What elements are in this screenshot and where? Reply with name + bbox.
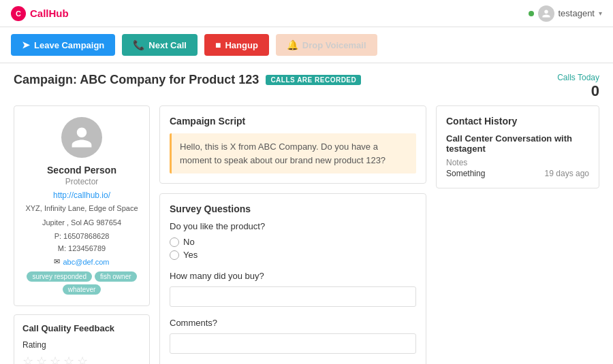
email-icon: ✉ xyxy=(54,257,60,266)
header: C CallHub testagent ▾ xyxy=(0,0,613,27)
leave-campaign-button[interactable]: ➤ Leave Campaign xyxy=(11,34,115,56)
radio-no-circle[interactable] xyxy=(170,237,179,247)
contact-email: abc@def.com xyxy=(63,258,109,266)
hangup-button[interactable]: ■ Hangup xyxy=(204,34,269,56)
contact-email-row: ✉ abc@def.com xyxy=(25,257,138,266)
contact-address-line2: Jupiter , Sol AG 987654 xyxy=(25,217,138,229)
next-call-label: Next Call xyxy=(148,40,187,50)
calls-today-label: Calls Today xyxy=(557,73,599,82)
tag-survey-responded: survey responded xyxy=(27,271,92,282)
contact-avatar xyxy=(61,117,102,158)
history-title: Contact History xyxy=(446,116,589,127)
star-4[interactable]: ☆ xyxy=(63,354,74,364)
user-status-dot xyxy=(529,11,534,16)
phone-icon: 📞 xyxy=(133,39,144,50)
recorded-badge: CALLS ARE RECORDED xyxy=(266,75,361,85)
contact-mobile: M: 123456789 xyxy=(25,243,138,255)
comments-label: Comments? xyxy=(170,318,416,328)
rating-label: Rating xyxy=(22,340,141,350)
radio-no-label: No xyxy=(183,237,195,247)
campaign-bar: Campaign: ABC Company for Product 123 CA… xyxy=(0,63,613,105)
right-panel: Contact History Call Center Conversation… xyxy=(436,105,599,364)
calls-today: Calls Today 0 xyxy=(557,73,599,100)
question-how-many: How many did you buy? xyxy=(170,271,416,307)
logo: C CallHub xyxy=(11,6,69,21)
voicemail-icon: 🔔 xyxy=(287,39,298,50)
history-date: 19 days ago xyxy=(545,169,589,178)
history-item-title: Call Center Conversation with testagent xyxy=(446,133,589,154)
survey-title: Survey Questions xyxy=(170,203,416,214)
star-rating[interactable]: ☆ ☆ ☆ ☆ ☆ xyxy=(22,354,141,364)
leave-campaign-label: Leave Campaign xyxy=(34,40,104,50)
radio-yes-circle[interactable] xyxy=(170,250,179,260)
contact-address-line1: XYZ, Infinity Lane, Edge of Space xyxy=(25,203,138,214)
callhub-logo-icon: C xyxy=(11,6,26,21)
star-3[interactable]: ☆ xyxy=(50,354,61,364)
user-area[interactable]: testagent ▾ xyxy=(529,5,603,22)
left-panel: Second Person Protector http://callhub.i… xyxy=(14,105,150,364)
question-comments: Comments? xyxy=(170,318,416,354)
script-text: Hello, this is X from ABC Company. Do yo… xyxy=(170,133,416,173)
contact-tags: survey responded fish owner whatever xyxy=(25,271,138,295)
main-content: Second Person Protector http://callhub.i… xyxy=(0,105,613,364)
user-dropdown-icon[interactable]: ▾ xyxy=(599,10,602,17)
contact-history-box: Contact History Call Center Conversation… xyxy=(436,105,599,188)
question-like-label: Do you like the product? xyxy=(170,221,416,231)
calls-today-count: 0 xyxy=(557,82,599,100)
question-like-product: Do you like the product? No Yes xyxy=(170,221,416,260)
script-title: Campaign Script xyxy=(170,116,416,127)
leave-icon: ➤ xyxy=(22,39,30,50)
survey-box: Survey Questions Do you like the product… xyxy=(159,193,426,364)
contact-phone: P: 16507868628 xyxy=(25,231,138,243)
next-call-button[interactable]: 📞 Next Call xyxy=(122,34,198,56)
campaign-title: Campaign: ABC Company for Product 123 xyxy=(14,73,259,87)
avatar xyxy=(538,5,554,22)
star-1[interactable]: ☆ xyxy=(22,354,33,364)
toolbar: ➤ Leave Campaign 📞 Next Call ■ Hangup 🔔 … xyxy=(0,27,613,63)
how-many-input[interactable] xyxy=(170,286,416,307)
hangup-icon: ■ xyxy=(215,39,221,50)
tag-fish-owner: fish owner xyxy=(95,271,137,282)
star-2[interactable]: ☆ xyxy=(36,354,47,364)
tag-whatever: whatever xyxy=(63,284,101,295)
feedback-card: Call Quality Feedback Rating ☆ ☆ ☆ ☆ ☆ xyxy=(14,314,150,364)
middle-panel: Campaign Script Hello, this is X from AB… xyxy=(159,105,426,364)
history-notes-label: Notes xyxy=(446,158,589,167)
comments-input[interactable] xyxy=(170,333,416,354)
radio-no[interactable]: No xyxy=(170,237,416,247)
radio-yes-label: Yes xyxy=(183,250,198,260)
history-note-row: Something 19 days ago xyxy=(446,169,589,178)
feedback-title: Call Quality Feedback xyxy=(22,323,141,333)
hangup-label: Hangup xyxy=(225,40,257,50)
contact-card: Second Person Protector http://callhub.i… xyxy=(14,105,150,306)
radio-yes[interactable]: Yes xyxy=(170,250,416,260)
how-many-label: How many did you buy? xyxy=(170,271,416,281)
logo-text: CallHub xyxy=(30,7,69,19)
contact-website[interactable]: http://callhub.io/ xyxy=(25,191,138,200)
user-name: testagent xyxy=(559,8,595,18)
drop-voicemail-label: Drop Voicemail xyxy=(302,40,366,50)
campaign-script-box: Campaign Script Hello, this is X from AB… xyxy=(159,105,426,184)
star-5[interactable]: ☆ xyxy=(77,354,88,364)
history-note-value: Something xyxy=(446,169,485,178)
contact-title-label: Protector xyxy=(25,177,138,186)
contact-name: Second Person xyxy=(25,165,138,176)
drop-voicemail-button[interactable]: 🔔 Drop Voicemail xyxy=(276,34,377,56)
